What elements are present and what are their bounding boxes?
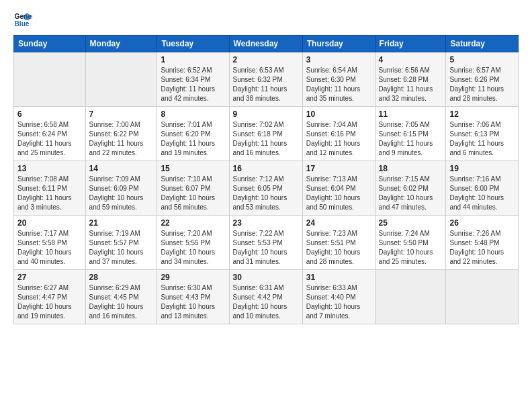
calendar-cell: 1Sunrise: 6:52 AMSunset: 6:34 PMDaylight… [157,52,229,107]
day-number: 30 [233,273,299,282]
day-info: Sunrise: 7:22 AMSunset: 5:53 PMDaylight:… [233,229,299,267]
day-info: Sunrise: 6:52 AMSunset: 6:34 PMDaylight:… [161,66,225,103]
day-number: 13 [17,164,82,173]
day-number: 14 [89,164,154,173]
calendar-cell: 25Sunrise: 7:24 AMSunset: 5:50 PMDayligh… [375,216,446,270]
calendar-cell: 8Sunrise: 7:01 AMSunset: 6:20 PMDaylight… [157,107,229,161]
calendar-cell: 21Sunrise: 7:19 AMSunset: 5:57 PMDayligh… [85,216,157,270]
day-info: Sunrise: 6:30 AMSunset: 4:43 PMDaylight:… [161,283,225,321]
day-info: Sunrise: 7:15 AMSunset: 6:02 PMDaylight:… [379,175,443,212]
day-number: 20 [17,218,82,228]
calendar-cell: 18Sunrise: 7:15 AMSunset: 6:02 PMDayligh… [375,161,446,216]
day-info: Sunrise: 7:00 AMSunset: 6:22 PMDaylight:… [89,120,154,158]
day-info: Sunrise: 7:26 AMSunset: 5:48 PMDaylight:… [449,229,515,267]
header: General Blue [13,11,519,30]
day-number: 19 [449,164,515,173]
weekday-saturday: Saturday [446,36,519,52]
calendar-cell: 14Sunrise: 7:09 AMSunset: 6:09 PMDayligh… [85,161,157,216]
day-info: Sunrise: 7:08 AMSunset: 6:11 PMDaylight:… [17,175,82,212]
calendar-page: General Blue SundayMondayTuesdayWednesda… [0,0,532,411]
logo: General Blue [13,11,35,30]
day-number: 31 [306,273,371,282]
day-info: Sunrise: 7:12 AMSunset: 6:05 PMDaylight:… [233,175,299,212]
day-info: Sunrise: 7:04 AMSunset: 6:16 PMDaylight:… [306,120,371,158]
day-number: 23 [233,218,299,228]
calendar-cell: 7Sunrise: 7:00 AMSunset: 6:22 PMDaylight… [85,107,157,161]
day-info: Sunrise: 7:13 AMSunset: 6:04 PMDaylight:… [306,175,371,212]
calendar-cell: 26Sunrise: 7:26 AMSunset: 5:48 PMDayligh… [446,216,519,270]
day-number: 2 [233,55,299,64]
day-number: 21 [89,218,154,228]
calendar-cell: 20Sunrise: 7:17 AMSunset: 5:58 PMDayligh… [14,216,86,270]
svg-text:Blue: Blue [15,20,30,28]
calendar-cell: 29Sunrise: 6:30 AMSunset: 4:43 PMDayligh… [157,270,229,324]
day-info: Sunrise: 6:57 AMSunset: 6:26 PMDaylight:… [449,66,515,103]
day-number: 3 [306,55,371,64]
week-row-2: 6Sunrise: 6:58 AMSunset: 6:24 PMDaylight… [14,107,519,161]
day-info: Sunrise: 6:33 AMSunset: 4:40 PMDaylight:… [306,283,371,321]
calendar-cell: 16Sunrise: 7:12 AMSunset: 6:05 PMDayligh… [229,161,302,216]
day-number: 27 [17,273,82,282]
day-info: Sunrise: 7:19 AMSunset: 5:57 PMDaylight:… [89,229,154,267]
logo-icon: General Blue [13,11,32,30]
calendar-cell: 24Sunrise: 7:23 AMSunset: 5:51 PMDayligh… [302,216,375,270]
calendar-cell: 6Sunrise: 6:58 AMSunset: 6:24 PMDaylight… [14,107,86,161]
day-info: Sunrise: 7:17 AMSunset: 5:58 PMDaylight:… [17,229,82,267]
weekday-tuesday: Tuesday [157,36,229,52]
calendar-cell: 15Sunrise: 7:10 AMSunset: 6:07 PMDayligh… [157,161,229,216]
weekday-header-row: SundayMondayTuesdayWednesdayThursdayFrid… [14,36,519,52]
weekday-thursday: Thursday [302,36,375,52]
calendar-cell: 30Sunrise: 6:31 AMSunset: 4:42 PMDayligh… [229,270,302,324]
day-number: 11 [379,109,443,119]
calendar-cell [85,52,157,107]
week-row-3: 13Sunrise: 7:08 AMSunset: 6:11 PMDayligh… [14,161,519,216]
calendar-cell: 4Sunrise: 6:56 AMSunset: 6:28 PMDaylight… [375,52,446,107]
day-info: Sunrise: 6:29 AMSunset: 4:45 PMDaylight:… [89,283,154,321]
day-info: Sunrise: 6:54 AMSunset: 6:30 PMDaylight:… [306,66,371,103]
calendar-cell [375,270,446,324]
calendar-cell: 2Sunrise: 6:53 AMSunset: 6:32 PMDaylight… [229,52,302,107]
week-row-5: 27Sunrise: 6:27 AMSunset: 4:47 PMDayligh… [14,270,519,324]
calendar-cell: 28Sunrise: 6:29 AMSunset: 4:45 PMDayligh… [85,270,157,324]
day-info: Sunrise: 6:31 AMSunset: 4:42 PMDaylight:… [233,283,299,321]
weekday-monday: Monday [85,36,157,52]
day-number: 15 [161,164,225,173]
day-info: Sunrise: 7:09 AMSunset: 6:09 PMDaylight:… [89,175,154,212]
week-row-1: 1Sunrise: 6:52 AMSunset: 6:34 PMDaylight… [14,52,519,107]
calendar-cell: 17Sunrise: 7:13 AMSunset: 6:04 PMDayligh… [302,161,375,216]
day-info: Sunrise: 7:10 AMSunset: 6:07 PMDaylight:… [161,175,225,212]
day-number: 28 [89,273,154,282]
day-number: 5 [449,55,515,64]
day-info: Sunrise: 7:01 AMSunset: 6:20 PMDaylight:… [161,120,225,158]
day-number: 8 [161,109,225,119]
day-number: 12 [449,109,515,119]
calendar-cell: 23Sunrise: 7:22 AMSunset: 5:53 PMDayligh… [229,216,302,270]
day-info: Sunrise: 6:56 AMSunset: 6:28 PMDaylight:… [379,66,443,103]
day-number: 7 [89,109,154,119]
day-number: 25 [379,218,443,228]
day-info: Sunrise: 7:24 AMSunset: 5:50 PMDaylight:… [379,229,443,267]
calendar-cell: 10Sunrise: 7:04 AMSunset: 6:16 PMDayligh… [302,107,375,161]
weekday-sunday: Sunday [14,36,86,52]
day-info: Sunrise: 7:23 AMSunset: 5:51 PMDaylight:… [306,229,371,267]
calendar-cell: 5Sunrise: 6:57 AMSunset: 6:26 PMDaylight… [446,52,519,107]
day-info: Sunrise: 7:05 AMSunset: 6:15 PMDaylight:… [379,120,443,158]
day-info: Sunrise: 6:58 AMSunset: 6:24 PMDaylight:… [17,120,82,158]
calendar-cell [14,52,86,107]
week-row-4: 20Sunrise: 7:17 AMSunset: 5:58 PMDayligh… [14,216,519,270]
calendar-cell: 3Sunrise: 6:54 AMSunset: 6:30 PMDaylight… [302,52,375,107]
day-number: 16 [233,164,299,173]
calendar-cell: 19Sunrise: 7:16 AMSunset: 6:00 PMDayligh… [446,161,519,216]
day-number: 29 [161,273,225,282]
day-number: 10 [306,109,371,119]
day-number: 4 [379,55,443,64]
day-number: 24 [306,218,371,228]
calendar-cell: 13Sunrise: 7:08 AMSunset: 6:11 PMDayligh… [14,161,86,216]
calendar-cell: 9Sunrise: 7:02 AMSunset: 6:18 PMDaylight… [229,107,302,161]
day-number: 9 [233,109,299,119]
day-number: 6 [17,109,82,119]
day-info: Sunrise: 7:02 AMSunset: 6:18 PMDaylight:… [233,120,299,158]
weekday-wednesday: Wednesday [229,36,302,52]
day-info: Sunrise: 6:27 AMSunset: 4:47 PMDaylight:… [17,283,82,321]
calendar-cell: 31Sunrise: 6:33 AMSunset: 4:40 PMDayligh… [302,270,375,324]
